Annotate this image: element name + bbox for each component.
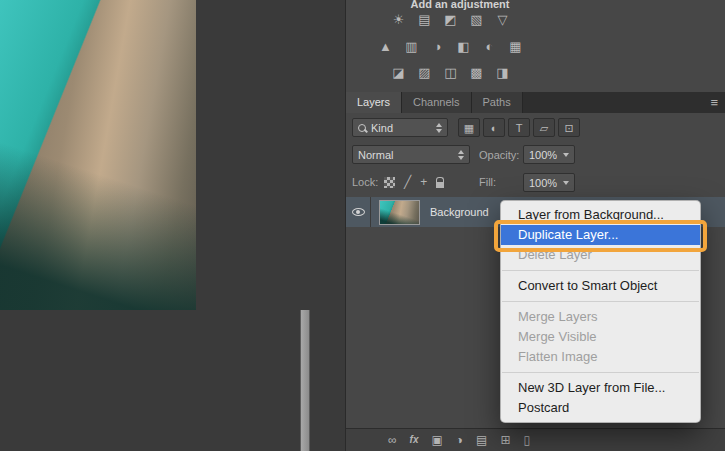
menu-item-duplicate-layer[interactable]: Duplicate Layer... — [501, 225, 700, 245]
lock-position-icon[interactable]: + — [420, 176, 427, 188]
color-balance-icon[interactable]: ◑ — [429, 38, 446, 55]
channel-mixer-icon[interactable]: ▦ — [507, 38, 524, 55]
panel-tab-bar: Layers Channels Paths — [346, 92, 725, 113]
filter-pixel-layers-icon[interactable]: ▦ — [458, 118, 480, 137]
levels-icon[interactable]: ▤ — [416, 11, 433, 28]
new-layer-icon[interactable]: ⊞ — [500, 434, 510, 446]
layer-visibility-toggle[interactable] — [346, 197, 371, 227]
layer-filter-kind-dropdown[interactable]: Kind — [352, 118, 448, 137]
filter-type-layers-icon[interactable]: T — [508, 118, 530, 137]
layer-effects-icon[interactable]: fx — [410, 434, 419, 446]
invert-icon[interactable]: ◪ — [390, 64, 407, 81]
menu-item-convert-to-smart-object[interactable]: Convert to Smart Object — [501, 276, 700, 296]
add-layer-mask-icon[interactable]: ▣ — [431, 434, 442, 446]
tab-channels[interactable]: Channels — [402, 92, 471, 113]
tab-paths[interactable]: Paths — [472, 92, 523, 113]
search-filter-icon — [358, 124, 366, 132]
menu-item-new-3d-layer-from-file[interactable]: New 3D Layer from File... — [501, 378, 700, 398]
opacity-value: 100% — [529, 149, 557, 161]
lock-all-icon[interactable] — [436, 182, 444, 188]
chevron-down-icon — [563, 153, 569, 157]
layer-context-menu: Layer from Background... Duplicate Layer… — [500, 200, 701, 423]
lock-buttons: ╱ + — [384, 173, 444, 191]
photo-filter-icon[interactable]: ◐ — [481, 38, 498, 55]
lock-pixels-icon[interactable]: ╱ — [404, 176, 411, 188]
black-white-icon[interactable]: ◧ — [455, 38, 472, 55]
layer-thumbnail[interactable] — [379, 200, 420, 225]
menu-item-postcard[interactable]: Postcard — [501, 398, 700, 418]
menu-item-merge-visible: Merge Visible — [501, 327, 700, 347]
layer-name: Background — [430, 197, 489, 227]
adjustments-row-1: ☀ ▤ ◩ ▧ ▽ — [390, 11, 511, 28]
photoshop-window: Add an adjustment ☀ ▤ ◩ ▧ ▽ ▲ ▥ ◑ ◧ ◐ ▦ … — [0, 0, 725, 451]
open-image-document[interactable] — [0, 0, 196, 310]
color-lookup-icon[interactable]: ▽ — [494, 11, 511, 28]
threshold-icon[interactable]: ◫ — [442, 64, 459, 81]
brightness-contrast-icon[interactable]: ☀ — [390, 11, 407, 28]
new-group-icon[interactable]: ▤ — [476, 434, 487, 446]
filter-adjustment-layers-icon[interactable]: ◐ — [483, 118, 505, 137]
vibrance-icon[interactable]: ▲ — [377, 38, 394, 55]
new-adjustment-layer-icon[interactable]: ◑ — [456, 434, 463, 446]
menu-separator — [502, 270, 699, 271]
adjustments-row-3: ◪ ▨ ◫ ▩ ◨ — [390, 64, 511, 81]
canvas-scrollbar[interactable] — [300, 310, 310, 451]
hue-saturation-icon[interactable]: ▥ — [403, 38, 420, 55]
menu-item-delete-layer: Delete Layer — [501, 245, 700, 265]
panel-menu-icon[interactable]: ≡ — [710, 92, 718, 113]
chevron-down-icon — [563, 181, 569, 185]
fill-label: Fill: — [479, 176, 496, 188]
link-layers-icon[interactable]: ∞ — [388, 434, 397, 446]
chevron-updown-icon — [458, 150, 464, 160]
eye-icon — [352, 208, 365, 216]
menu-separator — [502, 301, 699, 302]
curves-icon[interactable]: ◩ — [442, 11, 459, 28]
opacity-label: Opacity: — [479, 149, 519, 161]
lock-label: Lock: — [352, 176, 378, 188]
opacity-dropdown[interactable]: 100% — [523, 145, 575, 164]
adjustments-row-2: ▲ ▥ ◑ ◧ ◐ ▦ — [377, 38, 524, 55]
selective-color-icon[interactable]: ◨ — [494, 64, 511, 81]
filter-shape-layers-icon[interactable]: ▱ — [533, 118, 555, 137]
exposure-icon[interactable]: ▧ — [468, 11, 485, 28]
blend-mode-value: Normal — [358, 149, 393, 161]
lock-transparency-icon[interactable] — [384, 177, 395, 188]
fill-dropdown[interactable]: 100% — [523, 173, 575, 192]
adjustments-panel-title: Add an adjustment — [346, 0, 574, 10]
posterize-icon[interactable]: ▨ — [416, 64, 433, 81]
layer-filter-type-buttons: ▦ ◐ T ▱ ⊡ — [458, 118, 580, 137]
menu-item-flatten-image: Flatten Image — [501, 347, 700, 367]
blend-mode-dropdown[interactable]: Normal — [352, 145, 470, 164]
tab-layers[interactable]: Layers — [346, 92, 402, 113]
filter-smart-objects-icon[interactable]: ⊡ — [558, 118, 580, 137]
menu-item-layer-from-background[interactable]: Layer from Background... — [501, 205, 700, 225]
gradient-map-icon[interactable]: ▩ — [468, 64, 485, 81]
fill-value: 100% — [529, 177, 557, 189]
menu-item-merge-layers: Merge Layers — [501, 307, 700, 327]
layers-panel-footer: ∞ fx ▣ ◑ ▤ ⊞ ▯ — [346, 428, 725, 451]
kind-label: Kind — [371, 122, 393, 134]
delete-layer-icon[interactable]: ▯ — [523, 434, 530, 446]
menu-separator — [502, 372, 699, 373]
chevron-updown-icon — [436, 123, 442, 133]
